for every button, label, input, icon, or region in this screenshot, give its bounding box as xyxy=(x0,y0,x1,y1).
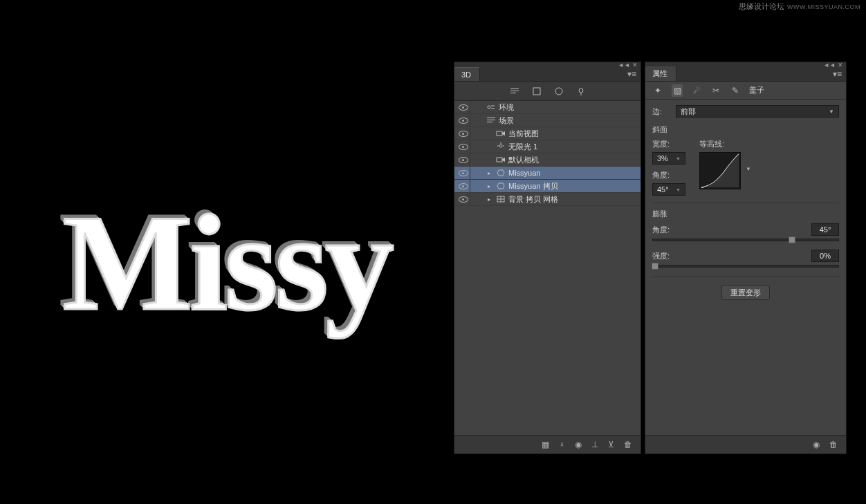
col-divider xyxy=(470,114,478,127)
col-divider xyxy=(470,101,478,113)
angle-input[interactable]: 45°▼ xyxy=(652,183,685,196)
mesh-icon xyxy=(495,169,507,177)
inflate-section-label: 膨胀 xyxy=(652,209,839,219)
svg-point-7 xyxy=(488,106,490,109)
edge-select[interactable]: 前部▼ xyxy=(676,105,839,118)
svg-point-12 xyxy=(499,144,502,147)
tab-properties[interactable]: 属性 xyxy=(645,65,676,81)
visibility-toggle[interactable] xyxy=(457,144,470,150)
expand-arrow-icon[interactable]: ▸ xyxy=(488,196,495,203)
camera-icon xyxy=(495,129,507,138)
filter-light-icon[interactable] xyxy=(575,86,587,97)
footer-light-icon[interactable]: ♀ xyxy=(559,440,565,449)
reset-deform-button[interactable]: 重置变形 xyxy=(721,285,770,300)
filter-material-icon[interactable] xyxy=(553,86,564,97)
mode-coord-icon[interactable]: ✂ xyxy=(710,86,721,95)
filter-mesh-icon[interactable] xyxy=(531,86,542,97)
scene-row[interactable]: 环境 xyxy=(454,101,641,114)
eye-icon xyxy=(459,131,468,137)
footer-render-icon[interactable]: ◉ xyxy=(575,440,582,449)
inflate-angle-slider[interactable] xyxy=(652,239,839,241)
close-panel-icon[interactable]: ✕ xyxy=(632,62,638,68)
visibility-toggle[interactable] xyxy=(457,131,470,137)
footer-delete-icon[interactable]: 🗑 xyxy=(624,440,632,449)
scene-row[interactable]: ▸Missyuan xyxy=(454,167,641,180)
footer-render-icon[interactable]: ◉ xyxy=(813,440,820,449)
scene-row-label: 场景 xyxy=(497,115,514,126)
scene-row[interactable]: 当前视图 xyxy=(454,127,641,140)
footer-trash-icon[interactable]: ▦ xyxy=(542,440,549,449)
visibility-toggle[interactable] xyxy=(457,183,470,189)
3d-panel-footer: ▦ ♀ ◉ ⊥ ⊻ 🗑 xyxy=(454,435,641,454)
mode-deform-icon[interactable]: ▧ xyxy=(672,84,683,97)
3d-scene-list: 环境场景当前视图无限光 1默认相机▸Missyuan▸Missyuan 拷贝▸背… xyxy=(454,101,641,435)
scene-row-label: Missyuan 拷贝 xyxy=(507,181,558,192)
strength-value[interactable]: 0% xyxy=(811,250,839,262)
properties-body: 边: 前部▼ 斜面 宽度: 3%▼ 角度: 45°▼ xyxy=(645,100,846,435)
panel-menu-icon[interactable]: ▾≡ xyxy=(627,69,636,79)
mode-cap-icon[interactable]: ☄ xyxy=(691,86,702,95)
strength-slider[interactable] xyxy=(652,265,839,268)
scene-row[interactable]: ▸背景 拷贝 网格 xyxy=(454,193,641,206)
footer-ground-icon[interactable]: ⊥ xyxy=(591,440,598,449)
contour-preview[interactable] xyxy=(699,152,741,189)
tab-3d[interactable]: 3D xyxy=(454,67,480,81)
visibility-toggle[interactable] xyxy=(457,170,470,176)
mode-brush-icon[interactable]: ✎ xyxy=(730,86,741,95)
visibility-toggle[interactable] xyxy=(457,196,470,203)
mesh-icon xyxy=(495,182,507,190)
properties-header-label: 盖子 xyxy=(749,85,764,95)
expand-arrow-icon[interactable]: ▸ xyxy=(488,183,495,189)
svg-rect-0 xyxy=(510,88,519,89)
col-divider xyxy=(470,180,478,192)
collapse-icon[interactable]: ◄◄ xyxy=(618,62,630,68)
visibility-toggle[interactable] xyxy=(457,104,470,111)
contour-label: 等高线: xyxy=(699,139,741,149)
scene-row[interactable]: ▸Missyuan 拷贝 xyxy=(454,180,641,193)
eye-icon xyxy=(459,118,468,124)
footer-new-icon[interactable]: ⊻ xyxy=(608,440,614,449)
bevel-section-label: 斜面 xyxy=(652,124,839,135)
scene-row-label: 背景 拷贝 网格 xyxy=(507,194,558,205)
visibility-toggle[interactable] xyxy=(457,157,470,163)
inflate-angle-label: 角度: xyxy=(652,225,672,235)
width-input[interactable]: 3%▼ xyxy=(652,152,685,165)
close-panel-icon[interactable]: ✕ xyxy=(838,62,843,68)
svg-rect-9 xyxy=(487,120,495,120)
scene-row-label: Missyuan xyxy=(507,169,540,177)
divider xyxy=(652,203,839,203)
footer-delete-icon[interactable]: 🗑 xyxy=(829,440,838,449)
eye-icon xyxy=(459,104,468,111)
scene-row-label: 默认相机 xyxy=(507,155,539,165)
panel-titlebar[interactable]: ◄◄ ✕ xyxy=(645,62,846,66)
scene-row[interactable]: 场景 xyxy=(454,114,641,127)
tab-strip: 3D ▾≡ xyxy=(454,66,641,82)
filter-scene-icon[interactable] xyxy=(509,86,520,97)
scene-row[interactable]: 无限光 1 xyxy=(454,140,641,153)
scene-icon xyxy=(485,116,497,124)
env-icon xyxy=(485,103,497,111)
panel-titlebar[interactable]: ◄◄ ✕ xyxy=(454,62,641,66)
svg-rect-1 xyxy=(510,91,519,91)
scene-row[interactable]: 默认相机 xyxy=(454,153,641,167)
contour-dropdown-icon[interactable]: ▼ xyxy=(746,166,751,172)
eye-icon xyxy=(459,183,468,189)
grid-icon xyxy=(495,195,507,203)
svg-point-4 xyxy=(555,88,562,95)
expand-arrow-icon[interactable]: ▸ xyxy=(488,170,495,176)
camera-icon xyxy=(495,156,507,164)
3d-filter-bar xyxy=(454,82,641,101)
eye-icon xyxy=(459,144,468,150)
collapse-icon[interactable]: ◄◄ xyxy=(823,62,836,68)
eye-icon xyxy=(459,157,468,163)
canvas-3d-text: Missy xyxy=(62,183,391,342)
svg-rect-11 xyxy=(497,131,502,136)
mode-mesh-icon[interactable]: ✦ xyxy=(652,86,663,95)
inflate-angle-value[interactable]: 45° xyxy=(811,223,839,236)
panel-menu-icon[interactable]: ▾≡ xyxy=(833,69,842,79)
tab-strip: 属性 ▾≡ xyxy=(645,66,846,82)
col-divider xyxy=(470,167,478,179)
properties-mode-icons: ✦ ▧ ☄ ✂ ✎ 盖子 xyxy=(645,82,846,100)
width-label: 宽度: xyxy=(652,139,685,149)
visibility-toggle[interactable] xyxy=(457,118,470,124)
